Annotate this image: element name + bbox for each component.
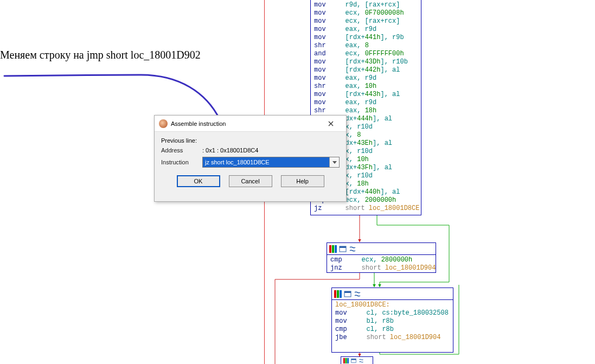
window-icon xyxy=(351,358,356,363)
close-button[interactable] xyxy=(320,116,342,131)
ida-app-icon xyxy=(159,119,168,128)
svg-rect-1 xyxy=(332,245,334,253)
help-button[interactable]: Help xyxy=(281,175,324,187)
svg-rect-14 xyxy=(351,359,356,360)
disasm-block-stub[interactable] xyxy=(341,356,373,364)
svg-rect-2 xyxy=(335,245,337,253)
svg-rect-10 xyxy=(343,358,345,363)
flow-icon xyxy=(359,358,364,363)
disasm-block-mid[interactable]: cmp ecx, 2800000hjnz short loc_18001D904 xyxy=(327,242,436,273)
color-icon xyxy=(343,358,349,363)
chevron-down-icon xyxy=(332,161,337,164)
close-icon xyxy=(328,121,334,126)
color-icon xyxy=(329,245,337,253)
disasm-code-low: loc_18001D8CE:mov cl, cs:byte_180032508m… xyxy=(332,300,453,344)
address-label: Address xyxy=(161,147,198,154)
window-icon xyxy=(339,245,347,253)
dialog-title: Assemble instruction xyxy=(171,120,226,127)
svg-rect-4 xyxy=(340,246,346,248)
block-titlebar xyxy=(327,243,436,255)
svg-rect-11 xyxy=(346,358,347,363)
instruction-combobox[interactable]: jz short loc_18001D8CE xyxy=(202,157,340,168)
cancel-button[interactable]: Cancel xyxy=(229,175,272,187)
flow-icon xyxy=(354,290,361,298)
block-titlebar xyxy=(332,288,453,300)
previous-line-label: Previous line: xyxy=(161,137,197,144)
block-titlebar xyxy=(341,357,373,364)
svg-rect-5 xyxy=(334,290,336,298)
svg-rect-6 xyxy=(337,290,339,298)
svg-rect-0 xyxy=(329,245,331,253)
disasm-code-mid: cmp ecx, 2800000hjnz short loc_18001D904 xyxy=(327,255,436,274)
disasm-block-low[interactable]: loc_18001D8CE:mov cl, cs:byte_180032508m… xyxy=(331,288,453,353)
ok-button[interactable]: OK xyxy=(177,175,220,187)
svg-rect-9 xyxy=(344,291,351,293)
instruction-label: Instruction xyxy=(161,159,198,165)
color-icon xyxy=(334,290,342,298)
svg-rect-12 xyxy=(347,358,349,363)
instruction-input[interactable]: jz short loc_18001D8CE xyxy=(203,157,329,167)
assemble-instruction-dialog: Assemble instruction Previous line: Addr… xyxy=(154,115,347,202)
dropdown-button[interactable] xyxy=(329,157,339,167)
flow-icon xyxy=(349,245,356,253)
address-value: : 0x1 : 0x18001D8C4 xyxy=(202,147,258,154)
svg-rect-7 xyxy=(340,290,342,298)
handwritten-annotation: Меняем строку на jmp short loc_18001D902 xyxy=(0,49,201,61)
window-icon xyxy=(344,290,351,298)
dialog-titlebar[interactable]: Assemble instruction xyxy=(155,116,346,132)
